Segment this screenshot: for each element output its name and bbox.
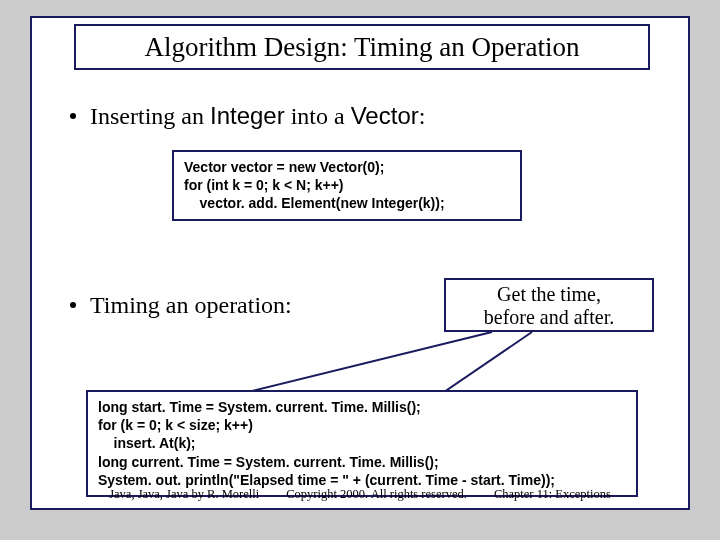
bullet-dot-icon	[70, 302, 76, 308]
footer-left: Java, Java, Java by R. Morelli	[109, 487, 259, 502]
slide-footer: Java, Java, Java by R. Morelli Copyright…	[32, 487, 688, 502]
slide-frame: Algorithm Design: Timing an Operation In…	[30, 16, 690, 510]
bullet1-post: :	[419, 103, 426, 129]
bullet1-code2: Vector	[351, 102, 419, 129]
code-block-vector: Vector vector = new Vector(0); for (int …	[172, 150, 522, 221]
footer-center: Copyright 2000. All rights reserved.	[286, 487, 467, 502]
callout-line2: before and after.	[446, 306, 652, 329]
bullet-insert-integer: Inserting an Integer into a Vector:	[70, 102, 425, 130]
slide-title: Algorithm Design: Timing an Operation	[74, 24, 650, 70]
bullet-dot-icon	[70, 113, 76, 119]
svg-line-0	[232, 332, 492, 396]
code-block-timing: long start. Time = System. current. Time…	[86, 390, 638, 497]
bullet2-text: Timing an operation:	[90, 292, 292, 318]
callout-line1: Get the time,	[446, 283, 652, 306]
bullet1-pre: Inserting an	[90, 103, 210, 129]
bullet-timing: Timing an operation:	[70, 292, 292, 319]
bullet1-code1: Integer	[210, 102, 285, 129]
bullet1-mid: into a	[285, 103, 351, 129]
footer-right: Chapter 11: Exceptions	[494, 487, 611, 502]
callout-box: Get the time, before and after.	[444, 278, 654, 332]
